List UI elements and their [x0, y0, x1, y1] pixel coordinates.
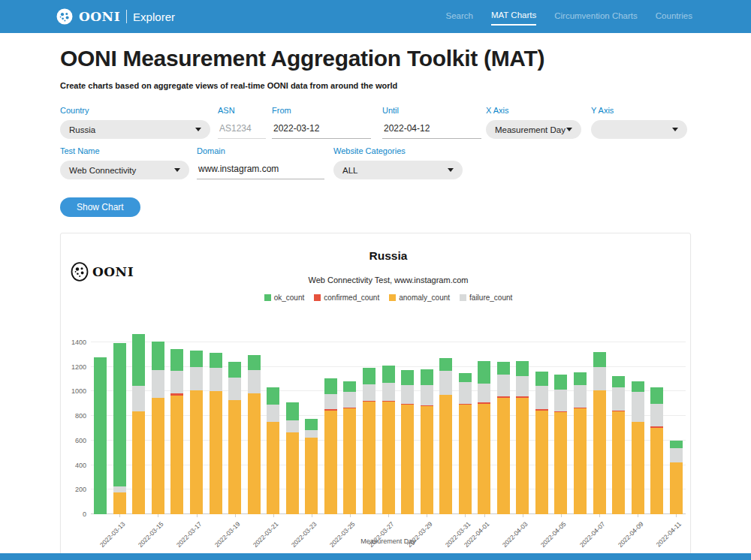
bar-segment-ok_count — [650, 387, 663, 404]
chart-subtitle: Web Connectivity Test, www.instagram.com — [91, 275, 686, 285]
asn-input[interactable] — [218, 120, 266, 139]
bar-segment-failure_count — [593, 367, 606, 390]
website-categories-select[interactable]: ALL — [333, 161, 463, 179]
x-axis-label: X Axis — [486, 106, 581, 115]
bar-segment-anomaly_count — [132, 411, 145, 514]
legend-item-anomaly_count[interactable]: anomaly_count — [389, 294, 450, 302]
bar-stack-2022-03-22[interactable] — [286, 402, 299, 514]
bar-segment-failure_count — [132, 386, 145, 411]
bar-stack-2022-04-03[interactable] — [516, 361, 529, 514]
bar-stack-2022-03-26[interactable] — [363, 368, 376, 514]
y-tick-label: 200 — [58, 486, 86, 493]
bar-segment-anomaly_count — [612, 411, 625, 514]
country-label: Country — [60, 106, 210, 115]
bar-stack-2022-04-06[interactable] — [574, 372, 587, 514]
bar-stack-2022-03-29[interactable] — [421, 369, 433, 514]
bar-stack-2022-04-07[interactable] — [593, 352, 606, 514]
bar-segment-ok_count — [94, 357, 107, 514]
bar-segment-failure_count — [401, 385, 414, 404]
bar-segment-failure_count — [612, 387, 625, 411]
bar-stack-2022-03-14[interactable] — [132, 334, 145, 514]
asn-label: ASN — [218, 106, 266, 115]
bar-segment-ok_count — [382, 366, 395, 383]
legend-item-confirmed_count[interactable]: confirmed_count — [314, 294, 379, 302]
bar-segment-ok_count — [267, 387, 279, 405]
bar-stack-2022-03-24[interactable] — [324, 378, 337, 514]
bar-segment-failure_count — [190, 367, 203, 390]
bar-stack-2022-04-05[interactable] — [554, 375, 567, 514]
x-axis-labels: 2022-03-132022-03-152022-03-172022-03-19… — [91, 514, 686, 559]
chart-title: Russia — [91, 249, 686, 263]
bar-stack-2022-04-10[interactable] — [650, 387, 663, 514]
bar-segment-anomaly_count — [152, 398, 164, 514]
y-axis-label: Y Axis — [591, 106, 687, 115]
brand-subtitle: Explorer — [133, 11, 175, 23]
chevron-down-icon — [672, 128, 678, 131]
legend-item-failure_count[interactable]: failure_count — [460, 294, 512, 302]
bar-segment-anomaly_count — [286, 432, 299, 514]
bar-segment-failure_count — [363, 384, 376, 401]
bar-segment-ok_count — [421, 369, 433, 385]
bar-stack-2022-03-21[interactable] — [267, 387, 279, 514]
domain-input[interactable] — [197, 161, 324, 179]
bar-stack-2022-03-12[interactable] — [94, 357, 107, 514]
country-select[interactable]: Russia — [60, 120, 210, 139]
bar-segment-failure_count — [170, 371, 183, 393]
bar-segment-ok_count — [113, 343, 126, 486]
bar-segment-ok_count — [170, 349, 183, 371]
bar-segment-failure_count — [248, 370, 261, 393]
test-name-select[interactable]: Web Connectivity — [60, 161, 189, 179]
bar-stack-2022-04-04[interactable] — [535, 372, 548, 514]
bar-stack-2022-04-01[interactable] — [478, 361, 490, 514]
bar-segment-failure_count — [497, 375, 510, 396]
nav-countries[interactable]: Countries — [656, 8, 692, 25]
bar-segment-ok_count — [132, 334, 145, 386]
bar-segment-ok_count — [632, 381, 644, 393]
bar-stack-2022-03-16[interactable] — [170, 349, 183, 514]
bar-stack-2022-03-18[interactable] — [210, 353, 222, 514]
chevron-down-icon — [174, 168, 180, 172]
y-axis-select[interactable] — [591, 120, 687, 139]
until-date-input[interactable] — [382, 120, 481, 139]
nav-mat-charts[interactable]: MAT Charts — [491, 8, 536, 26]
bar-stack-2022-03-17[interactable] — [190, 351, 203, 514]
bar-segment-ok_count — [554, 375, 567, 390]
brand[interactable]: OONI Explorer — [56, 8, 175, 25]
bar-stack-2022-04-08[interactable] — [612, 376, 625, 514]
bar-segment-ok_count — [248, 355, 261, 370]
y-tick-label: 800 — [58, 412, 86, 420]
bar-stack-2022-03-30[interactable] — [439, 358, 452, 514]
bar-stack-2022-03-15[interactable] — [152, 342, 164, 514]
bar-segment-ok_count — [363, 368, 376, 384]
bar-segment-failure_count — [286, 420, 299, 432]
bar-stack-2022-04-11[interactable] — [670, 441, 683, 514]
bar-stack-2022-03-28[interactable] — [401, 370, 414, 514]
nav-search[interactable]: Search — [445, 8, 472, 25]
bar-segment-ok_count — [305, 419, 318, 431]
bar-segment-failure_count — [421, 385, 433, 405]
nav-circumvention-charts[interactable]: Circumvention Charts — [554, 8, 638, 25]
x-tick-mark — [273, 514, 274, 517]
show-chart-button[interactable]: Show Chart — [60, 197, 140, 217]
bar-stack-2022-03-27[interactable] — [382, 366, 395, 514]
bar-segment-ok_count — [574, 372, 587, 385]
bar-stack-2022-03-23[interactable] — [305, 419, 318, 514]
bar-stack-2022-04-09[interactable] — [632, 381, 644, 514]
x-axis-select[interactable]: Measurement Day — [486, 120, 581, 139]
bar-stack-2022-04-02[interactable] — [497, 362, 510, 514]
x-tick-mark — [599, 514, 600, 517]
bar-stack-2022-03-31[interactable] — [459, 373, 472, 514]
bar-segment-failure_count — [210, 368, 222, 391]
legend-item-ok_count[interactable]: ok_count — [264, 294, 305, 302]
bar-segment-anomaly_count — [210, 391, 222, 514]
bar-segment-failure_count — [554, 390, 567, 411]
bar-segment-ok_count — [593, 352, 606, 367]
bar-stack-2022-03-25[interactable] — [343, 381, 356, 514]
bar-segment-anomaly_count — [632, 422, 644, 515]
from-date-input[interactable] — [272, 120, 371, 139]
bar-stack-2022-03-19[interactable] — [228, 362, 241, 514]
bar-stack-2022-03-13[interactable] — [113, 343, 126, 514]
test-name-label: Test Name — [60, 146, 189, 155]
bar-stack-2022-03-20[interactable] — [248, 355, 261, 514]
bar-segment-failure_count — [632, 392, 644, 421]
